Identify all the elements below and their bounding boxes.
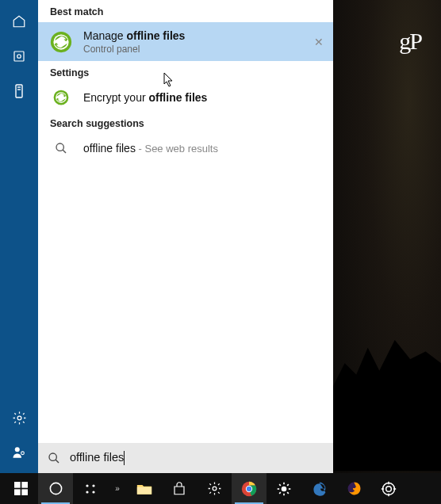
settings-button[interactable] xyxy=(197,473,232,504)
section-suggestions: Search suggestions xyxy=(38,112,333,134)
svg-line-36 xyxy=(287,492,289,494)
svg-line-15 xyxy=(56,460,59,463)
svg-rect-0 xyxy=(14,52,24,61)
svg-line-35 xyxy=(279,484,281,486)
result-prefix: Encrypt your xyxy=(83,91,148,104)
svg-point-30 xyxy=(282,486,287,491)
search-input[interactable]: offline files xyxy=(70,451,324,465)
result-manage-offline-files[interactable]: Manage offline files Control panel ✕ xyxy=(38,22,333,61)
svg-rect-18 xyxy=(14,489,21,495)
edge-button[interactable] xyxy=(301,473,336,504)
svg-point-11 xyxy=(56,92,67,103)
svg-point-14 xyxy=(49,453,56,460)
taskbar: » xyxy=(0,473,441,504)
svg-point-26 xyxy=(213,487,217,491)
file-explorer-button[interactable] xyxy=(127,473,162,504)
search-results-pane: Best match Manage offline files Control … xyxy=(38,0,333,473)
svg-rect-19 xyxy=(21,489,28,495)
close-icon[interactable]: ✕ xyxy=(314,36,324,48)
taskbar-overflow[interactable]: » xyxy=(108,473,127,504)
svg-point-40 xyxy=(383,483,395,494)
search-value: offline files xyxy=(70,451,124,464)
section-settings: Settings xyxy=(38,61,333,83)
section-best-match: Best match xyxy=(38,0,333,22)
chrome-button[interactable] xyxy=(232,473,267,504)
sync-icon xyxy=(50,31,72,53)
svg-point-24 xyxy=(92,491,94,493)
start-search-panel: Best match Manage offline files Control … xyxy=(0,0,333,473)
svg-point-9 xyxy=(53,34,68,49)
server-icon[interactable] xyxy=(10,82,29,101)
result-text: offline files - See web results xyxy=(83,141,321,155)
result-web-suffix: - See web results xyxy=(136,143,218,155)
taskbar-app-target[interactable] xyxy=(371,473,406,504)
result-bold: offline files xyxy=(148,91,207,104)
store-button[interactable] xyxy=(162,473,197,504)
user-icon[interactable] xyxy=(10,443,29,462)
svg-line-37 xyxy=(279,492,281,494)
svg-rect-17 xyxy=(21,482,28,488)
home-icon[interactable] xyxy=(10,12,29,31)
svg-point-20 xyxy=(50,483,61,494)
svg-point-6 xyxy=(15,447,20,452)
svg-line-13 xyxy=(63,150,66,153)
svg-point-12 xyxy=(56,143,63,151)
svg-point-29 xyxy=(247,486,251,491)
gear-icon[interactable] xyxy=(10,408,29,427)
svg-rect-25 xyxy=(137,487,151,494)
svg-point-5 xyxy=(17,416,21,420)
firefox-button[interactable] xyxy=(336,473,371,504)
result-text: Encrypt your offline files xyxy=(83,90,321,105)
svg-line-38 xyxy=(287,484,289,486)
result-subtitle: Control panel xyxy=(83,44,321,55)
sync-icon xyxy=(53,90,69,105)
search-icon xyxy=(53,140,69,156)
svg-point-22 xyxy=(92,484,94,487)
brightness-button[interactable] xyxy=(267,473,301,504)
taskbar-app-1[interactable] xyxy=(73,473,108,504)
start-sidebar xyxy=(0,0,38,473)
cortana-button[interactable] xyxy=(38,473,73,504)
svg-point-41 xyxy=(386,486,392,491)
svg-point-1 xyxy=(17,55,21,59)
result-prefix: Manage xyxy=(83,29,126,42)
watermark-logo: gP xyxy=(399,28,421,55)
result-query: offline files xyxy=(83,142,136,155)
result-bold: offline files xyxy=(126,29,185,42)
recent-icon[interactable] xyxy=(10,47,29,66)
search-icon xyxy=(48,452,60,464)
svg-point-21 xyxy=(86,484,88,487)
text-caret xyxy=(124,451,125,465)
start-button[interactable] xyxy=(3,473,38,504)
result-web-offline-files[interactable]: offline files - See web results xyxy=(38,134,333,162)
svg-point-7 xyxy=(21,452,25,455)
wallpaper-mountains xyxy=(333,315,441,473)
search-box[interactable]: offline files xyxy=(38,443,333,473)
svg-point-23 xyxy=(86,491,88,493)
svg-rect-16 xyxy=(14,482,21,488)
result-text: Manage offline files Control panel xyxy=(83,29,321,55)
result-encrypt-offline-files[interactable]: Encrypt your offline files xyxy=(38,83,333,112)
